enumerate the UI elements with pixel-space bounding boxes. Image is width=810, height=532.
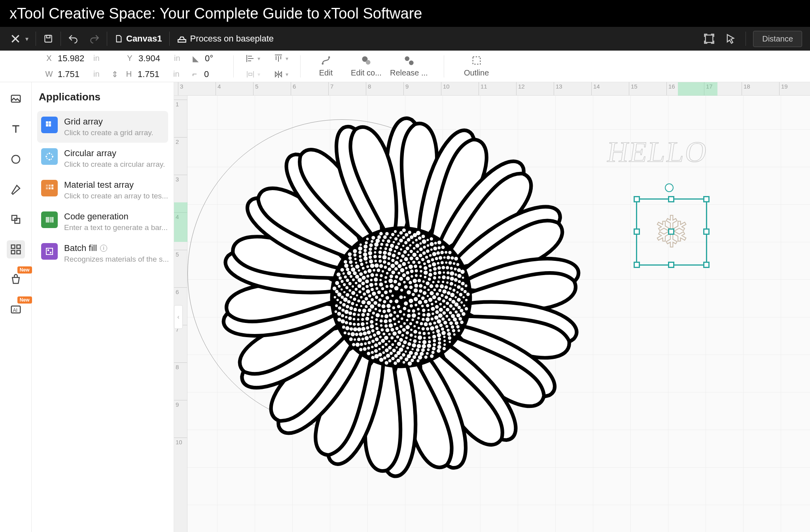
svg-point-441 — [409, 244, 411, 247]
lock-aspect-icon[interactable]: ⇕ — [109, 70, 120, 79]
edit-button[interactable]: Edit — [309, 55, 343, 77]
apps-tool-button[interactable] — [7, 240, 25, 258]
align-h-button[interactable]: ▾ — [242, 52, 263, 65]
svg-point-63 — [386, 304, 391, 308]
svg-point-149 — [399, 325, 402, 328]
app-material-test[interactable]: Material test array Click to create an a… — [37, 174, 168, 206]
h-value[interactable]: 1.751 — [138, 69, 169, 79]
canvas[interactable]: ‹ — [187, 96, 810, 532]
svg-point-474 — [359, 332, 363, 336]
svg-point-599 — [443, 340, 446, 342]
resize-handle-t[interactable] — [668, 196, 674, 202]
svg-point-383 — [365, 262, 368, 264]
svg-point-651 — [464, 290, 467, 293]
app-batch-fill[interactable]: Batch fill i Recognizes materials of the… — [37, 238, 168, 269]
svg-point-370 — [373, 255, 377, 258]
resize-handle-l[interactable] — [634, 228, 640, 235]
layers-icon — [10, 213, 22, 225]
distance-button[interactable]: Distance — [753, 31, 802, 47]
svg-point-103 — [390, 275, 393, 278]
svg-point-47 — [397, 305, 400, 308]
resize-handle-c[interactable] — [668, 228, 674, 235]
y-value[interactable]: 3.904 — [138, 53, 170, 64]
resize-handle-br[interactable] — [703, 262, 710, 268]
svg-point-522 — [387, 240, 390, 243]
sunflower-object[interactable] — [219, 115, 583, 479]
svg-point-619 — [405, 233, 408, 236]
svg-point-664 — [462, 277, 464, 279]
svg-point-116 — [384, 276, 387, 279]
svg-point-396 — [358, 269, 360, 272]
pen-tool-button[interactable] — [7, 180, 25, 198]
svg-point-530 — [407, 238, 410, 241]
corner-value[interactable]: 0 — [204, 69, 224, 79]
resize-handle-tr[interactable] — [703, 196, 710, 202]
svg-point-203 — [424, 270, 428, 275]
edit-compound-button[interactable]: Edit co... — [350, 55, 383, 77]
image-tool-button[interactable] — [7, 90, 25, 108]
resize-handle-b[interactable] — [668, 262, 674, 268]
svg-point-565 — [438, 341, 441, 345]
app-menu-button[interactable]: ▾ — [5, 27, 34, 51]
svg-point-566 — [341, 288, 343, 291]
text-tool-button[interactable] — [7, 120, 25, 138]
svg-rect-37 — [47, 249, 49, 251]
hello-text-object[interactable]: HELLO — [605, 135, 710, 169]
undo-button[interactable] — [62, 27, 84, 51]
svg-point-545 — [341, 296, 344, 299]
collapse-panel-handle[interactable]: ‹ — [174, 305, 183, 329]
svg-point-612 — [452, 329, 455, 332]
svg-point-208 — [407, 262, 410, 264]
info-icon[interactable]: i — [100, 245, 107, 252]
svg-point-507 — [456, 291, 459, 294]
svg-point-492 — [397, 351, 401, 355]
svg-point-28 — [49, 159, 50, 160]
selection-box[interactable]: ❄ — [636, 198, 707, 266]
canvas-viewport[interactable]: 345678910111213141516171819 12345678910 … — [174, 82, 810, 532]
rotation-value[interactable]: 0° — [205, 53, 225, 64]
canvas-tab[interactable]: Canvas1 — [109, 27, 168, 51]
flip-button[interactable]: ▾ — [271, 68, 291, 81]
process-button[interactable]: Process on baseplate — [171, 27, 280, 51]
svg-point-26 — [49, 153, 50, 154]
svg-point-433 — [390, 244, 394, 248]
x-value[interactable]: 15.982 — [58, 53, 89, 64]
svg-point-376 — [446, 281, 449, 284]
svg-point-7 — [366, 60, 371, 65]
svg-point-29 — [45, 156, 47, 157]
svg-point-357 — [383, 251, 387, 255]
redo-button[interactable] — [84, 27, 105, 51]
app-code-generation[interactable]: Code generation Enter a text to generate… — [37, 206, 168, 238]
ai-tool-button[interactable]: New AI — [7, 300, 25, 319]
outline-button[interactable]: Outline — [460, 55, 493, 77]
save-button[interactable] — [38, 27, 59, 51]
app-grid-array[interactable]: Grid array Click to create a grid array. — [37, 111, 168, 143]
svg-point-584 — [351, 332, 355, 336]
svg-point-148 — [420, 275, 422, 277]
layers-tool-button[interactable] — [7, 210, 25, 228]
release-compound-button[interactable]: Release ... — [390, 55, 428, 77]
rotation-handle[interactable] — [665, 183, 674, 192]
svg-point-560 — [407, 354, 411, 358]
shape-tool-button[interactable] — [7, 150, 25, 168]
distribute-h-button[interactable]: ▾ — [242, 68, 263, 81]
align-v-button[interactable]: ▾ — [271, 52, 291, 65]
resize-handle-r[interactable] — [703, 228, 710, 235]
svg-point-442 — [428, 340, 431, 343]
w-value[interactable]: 1.751 — [58, 69, 89, 79]
svg-point-285 — [414, 336, 416, 338]
ruler-v-tick: 10 — [174, 438, 187, 445]
svg-point-237 — [424, 266, 428, 270]
svg-point-577 — [390, 237, 392, 239]
resize-handle-bl[interactable] — [634, 262, 640, 268]
ruler-h-tick: 13 — [554, 82, 562, 95]
resize-handle-tl[interactable] — [634, 196, 640, 202]
svg-point-452 — [452, 289, 455, 292]
frame-button[interactable] — [701, 31, 717, 47]
shop-tool-button[interactable]: New — [7, 270, 25, 289]
svg-point-143 — [427, 289, 430, 291]
flip-icon — [274, 70, 283, 79]
svg-point-76 — [387, 309, 391, 313]
cursor-mode-button[interactable] — [723, 31, 738, 47]
app-circular-array[interactable]: Circular array Click to create a circula… — [37, 143, 168, 174]
